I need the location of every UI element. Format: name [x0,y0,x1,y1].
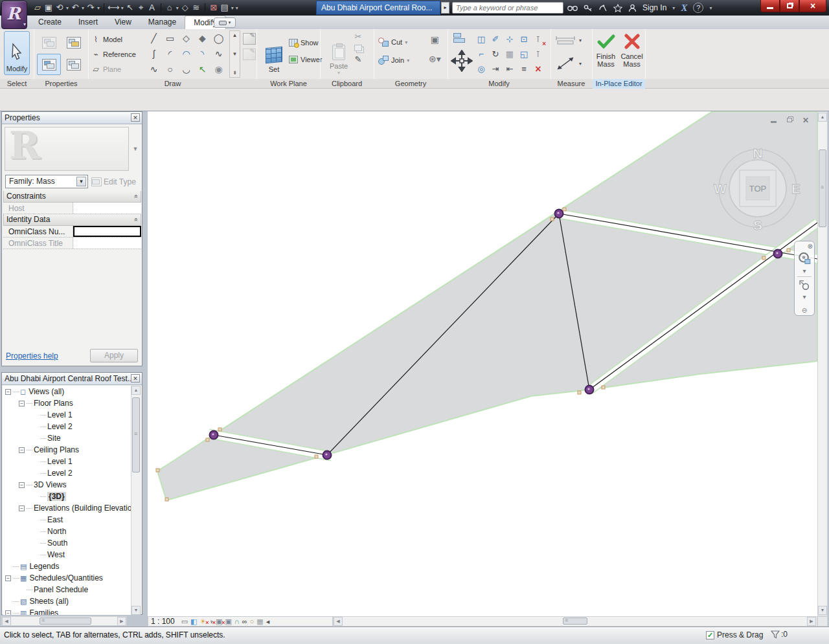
unpin-icon[interactable]: ⊺ [531,32,545,47]
help-icon[interactable]: ? [693,3,703,13]
scroll-down-button[interactable]: ▼ [131,606,141,615]
browser-hscrollbar[interactable]: ◀ ▶ [1,616,127,626]
tree-item[interactable]: −3D Views [3,479,131,491]
partial-ellipse-icon[interactable]: ◡ [178,61,194,77]
view-minimize-button[interactable] [768,116,778,124]
spline-icon[interactable]: ʃ [146,46,162,61]
tab-manage[interactable]: Manage [140,16,185,29]
restore-button[interactable] [780,0,799,12]
preview-caret-icon[interactable]: ▼ [130,127,141,171]
draw-on-workplane-button[interactable] [243,49,256,60]
show-mass-icon[interactable]: ▣ [431,34,439,45]
draw-panel-label[interactable]: Draw [89,79,256,89]
minimize-button[interactable] [760,0,780,12]
tree-item[interactable]: Level 1 [3,456,131,467]
browser-scroll-right-button[interactable]: ▶ [117,617,126,626]
tree-item[interactable]: {3D} [3,491,131,502]
tree-item[interactable]: Level 2 [3,421,131,432]
canvas-scroll-left-button[interactable]: ◀ [334,617,343,626]
ellipse-icon[interactable]: ○ [162,61,178,77]
scroll-left-icon[interactable]: ◂ [266,617,270,626]
search-input[interactable] [453,3,563,13]
panel-display-toggle[interactable]: ▾ [214,17,236,28]
paint-icon[interactable]: ◎ [474,61,488,76]
sync-icon[interactable]: ⟲ [54,2,65,14]
exchange-apps-icon[interactable]: X [681,3,687,14]
tree-item[interactable]: ▧Sheets (all) [3,595,131,607]
tree-expander-icon[interactable]: − [5,389,11,395]
canvas-hscroll-thumb[interactable] [563,617,587,625]
zoom-tool-icon[interactable] [798,279,811,292]
scale-icon[interactable]: ◱ [517,47,531,61]
tree-item[interactable]: Site [3,432,131,444]
tree-expander-icon[interactable]: − [5,575,11,581]
geometry-panel-label[interactable]: Geometry [374,79,447,89]
browser-scroll-left-button[interactable]: ◀ [2,617,11,626]
properties-palette-button[interactable] [37,54,61,75]
tree-item[interactable]: East [3,514,131,526]
mirror-axis-icon[interactable]: ◫ [474,32,488,47]
tree-item[interactable]: −Floor Plans [3,397,131,409]
pick-lines-icon[interactable]: ↖ [194,61,210,77]
favorites-star-icon[interactable] [613,4,622,12]
redo-icon[interactable]: ↷ [85,2,96,14]
canvas-scroll-up-button[interactable]: ▲ [818,113,827,122]
circle-tool-icon[interactable]: ◯ [210,30,227,46]
property-value[interactable] [73,203,141,214]
type-selector-caret-icon[interactable]: ▼ [76,177,86,186]
switch-windows-caret[interactable]: ▾ [231,5,234,11]
property-value[interactable] [73,238,141,249]
pin-icon[interactable]: ⊺ [531,47,545,61]
search-box[interactable] [452,2,563,14]
shadows-icon[interactable]: ◑× [209,617,213,626]
inplace-editor-panel-label[interactable]: In-Place Editor [593,79,645,89]
compass-south[interactable]: S [753,217,762,232]
tree-item[interactable]: West [3,549,131,561]
rotate-icon[interactable]: ↻ [488,47,503,61]
work-plane-viewer-button[interactable]: Viewer [289,51,322,68]
scroll-up-button[interactable]: ▲ [131,386,141,395]
split-gap-icon[interactable]: ⊡ [517,32,531,47]
mass-plan-view[interactable]: TOP N S W E [148,111,817,616]
section-icon[interactable]: ◇ [180,2,190,14]
close-button[interactable]: × [799,0,826,12]
save-icon[interactable]: ▣ [43,2,54,14]
tree-expander-icon[interactable]: − [19,401,25,406]
text-icon[interactable]: A [147,2,157,14]
project-browser-scrollbar[interactable]: ▲ ▼ [131,386,141,615]
open-icon[interactable]: ▱ [32,2,43,14]
navbar-zoom-caret-icon[interactable]: ▾ [802,293,806,301]
property-value[interactable] [73,226,141,237]
browser-hscroll-thumb[interactable] [40,617,91,625]
tree-item[interactable]: −◻Views (all) [3,386,131,397]
property-group-header[interactable]: Constraints» [3,191,141,203]
tree-item[interactable]: −▦Schedules/Quantities [3,572,131,584]
draw-on-surface-button[interactable] [243,33,256,45]
tangent-arc-icon[interactable]: ◝ [194,46,210,61]
navbar-collapse-icon[interactable]: ⊖ [802,306,807,315]
compass-west[interactable]: W [714,181,727,196]
satellite-icon[interactable] [598,4,608,12]
customize-qat-caret[interactable]: ▾ [236,5,238,11]
properties-title[interactable]: Properties✕ [2,112,142,124]
drawing-area[interactable]: TOP N S W E ✕ ⊗ ▾ ▾ ⊖ [148,111,817,616]
match-type-icon[interactable]: ✎ [355,54,362,64]
properties-help-link[interactable]: Properties help [6,351,58,361]
dimension-caret[interactable]: ▾ [121,5,124,11]
visual-style-icon[interactable]: ◧ [190,617,197,626]
tab-insert[interactable]: Insert [70,16,106,29]
tab-view[interactable]: View [106,16,140,29]
join-caret-icon[interactable]: ▾ [407,58,409,63]
constraints-icon[interactable]: ▦ [256,617,263,626]
view-close-button[interactable]: ✕ [801,116,811,124]
press-drag-option[interactable]: ✓ Press & Drag [706,630,763,639]
lock-3d-icon[interactable]: ∩ [234,617,240,626]
trim-extend-icon[interactable]: ⇥ [488,61,503,76]
tree-expander-icon[interactable]: − [19,447,25,453]
binoculars-icon[interactable] [567,4,578,12]
tab-create[interactable]: Create [30,16,70,29]
mirror-draw-icon[interactable]: ✐ [488,32,503,47]
press-drag-checkbox[interactable]: ✓ [706,631,714,639]
tree-item[interactable]: North [3,526,131,537]
measure-caret-icon[interactable]: ▾ [579,38,582,43]
